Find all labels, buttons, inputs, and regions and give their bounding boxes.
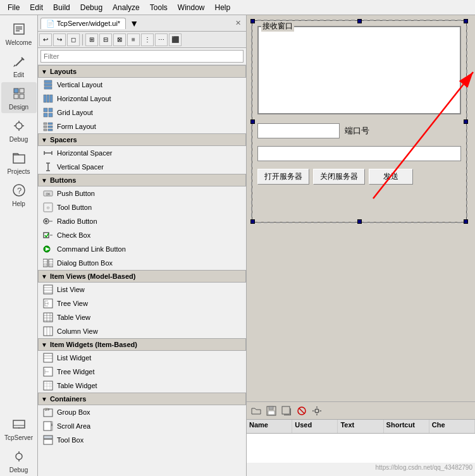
menu-build[interactable]: Build (48, 2, 75, 13)
widget-list-view[interactable]: List View (38, 283, 246, 296)
widget-radio-button[interactable]: Radio Button (38, 214, 246, 228)
vertical-layout-icon (43, 80, 53, 90)
action-saveas-icon[interactable] (280, 404, 293, 418)
handle-tc[interactable] (357, 19, 362, 23)
port-input[interactable] (257, 123, 340, 138)
sidebar-item-debug2[interactable]: Debug (1, 445, 37, 476)
panel-tab-menu[interactable]: ▼ (130, 18, 139, 28)
send-input[interactable] (257, 146, 461, 161)
handle-bl[interactable] (250, 219, 255, 224)
sidebar-item-design[interactable]: Design (1, 82, 37, 113)
toolbar-icon-3[interactable]: ◻ (67, 34, 80, 46)
svg-rect-5 (14, 88, 18, 93)
handle-mr[interactable] (464, 119, 468, 124)
category-buttons[interactable]: ▼ Buttons (38, 174, 246, 186)
svg-point-114 (320, 410, 321, 412)
sidebar-item-welcome[interactable]: Welcome (1, 18, 37, 49)
widget-table-view[interactable]: Table View (38, 310, 246, 324)
widget-list-widget[interactable]: List Widget (38, 351, 246, 365)
toolbar-sep-1 (82, 34, 83, 46)
widget-scroll-area[interactable]: Scroll Area (38, 419, 246, 433)
item-views-arrow: ▼ (41, 273, 47, 280)
open-server-button[interactable]: 打开服务器 (257, 169, 309, 185)
menu-analyze[interactable]: Analyze (108, 2, 145, 13)
widget-grid-layout[interactable]: Grid Layout (38, 106, 246, 119)
widget-horizontal-layout[interactable]: Horizontal Layout (38, 92, 246, 106)
svg-rect-98 (44, 436, 52, 439)
column-view-label: Column View (57, 327, 98, 335)
svg-text:OK: OK (46, 192, 51, 196)
panel-tab-close[interactable]: ✕ (233, 18, 244, 28)
props-col-shortcut: Shortcut (384, 420, 429, 433)
debug2-icon (10, 448, 28, 465)
table-widget-label: Table Widget (57, 382, 97, 389)
tool-box-label: Tool Box (57, 436, 83, 444)
menu-debug[interactable]: Debug (75, 2, 108, 13)
handle-br[interactable] (464, 219, 468, 224)
item-widgets-arrow: ▼ (41, 341, 47, 348)
widget-dialog-button-box[interactable]: Dialog Button Box (38, 256, 246, 270)
widget-table-widget[interactable]: Table Widget (38, 379, 246, 393)
action-delete-icon[interactable] (295, 404, 309, 418)
toolbar-icon-8[interactable]: ⋮ (141, 34, 154, 46)
widget-tool-box[interactable]: Tool Box (38, 433, 246, 447)
widget-tree-widget[interactable]: Tree Widget (38, 365, 246, 379)
action-folder-icon[interactable] (249, 404, 263, 418)
widget-horizontal-spacer[interactable]: Horizontal Spacer (38, 146, 246, 160)
radio-button-label: Radio Button (57, 217, 97, 225)
toolbar-icon-2[interactable]: ↪ (53, 34, 66, 46)
handle-tr[interactable] (464, 19, 468, 23)
sidebar-item-help[interactable]: ? Help (1, 179, 37, 210)
category-item-views[interactable]: ▼ Item Views (Model-Based) (38, 270, 246, 283)
props-col-name: Name (247, 420, 292, 433)
filter-input[interactable] (40, 50, 244, 63)
widget-command-link-button[interactable]: Command Link Button (38, 242, 246, 256)
handle-tl[interactable] (250, 19, 255, 23)
close-server-button[interactable]: 关闭服务器 (313, 169, 365, 185)
action-settings-icon[interactable] (310, 404, 324, 418)
category-spacers[interactable]: ▼ Spacers (38, 133, 246, 146)
panel-tab-active[interactable]: 📄 TcpServer/widget.ui* (40, 18, 126, 29)
sidebar-item-debug[interactable]: Debug (1, 114, 37, 145)
widget-column-view[interactable]: Column View (38, 324, 246, 338)
widget-tree-view[interactable]: Tree View (38, 296, 246, 310)
svg-rect-28 (50, 95, 52, 102)
category-containers[interactable]: ▼ Containers (38, 393, 246, 405)
sidebar-item-tcpserver[interactable]: TcpServer (1, 413, 37, 444)
menu-file[interactable]: File (3, 2, 25, 13)
toolbar-icon-6[interactable]: ⊠ (113, 34, 126, 46)
widget-form-layout[interactable]: Form Layout (38, 119, 246, 133)
widget-push-button[interactable]: OK Push Button (38, 186, 246, 200)
toolbar-icon-5[interactable]: ⊟ (99, 34, 112, 46)
category-item-widgets[interactable]: ▼ Item Widgets (Item-Based) (38, 338, 246, 351)
toolbar-icon-10[interactable]: ⬛ (169, 34, 182, 46)
sidebar-item-edit[interactable]: Edit (1, 50, 37, 81)
sidebar-item-projects[interactable]: Projects (1, 147, 37, 178)
svg-rect-1 (16, 27, 22, 28)
send-button[interactable]: 发送 (369, 169, 413, 185)
form-window[interactable]: 接收窗口 端口号 打开服务器 关闭服务器 发送 (252, 20, 467, 223)
toolbar-icon-4[interactable]: ⊞ (85, 34, 98, 46)
menu-window[interactable]: Window (173, 2, 210, 13)
design-canvas[interactable]: 接收窗口 端口号 打开服务器 关闭服务器 发送 (247, 15, 475, 401)
toolbar-icon-1[interactable]: ↩ (39, 34, 52, 46)
menu-edit[interactable]: Edit (25, 2, 48, 13)
tool-button-label: Tool Button (57, 204, 92, 211)
widget-check-box[interactable]: Check Box (38, 228, 246, 242)
svg-rect-2 (16, 28, 22, 30)
panel-tab-label: TcpServer/widget.ui* (57, 20, 120, 27)
widget-group-box[interactable]: grp Group Box (38, 405, 246, 419)
sidebar-label-help: Help (12, 200, 25, 207)
widget-tool-button[interactable]: ○ Tool Button (38, 200, 246, 214)
menu-tools[interactable]: Tools (145, 2, 173, 13)
svg-text:grp: grp (45, 407, 49, 411)
menu-help[interactable]: Help (210, 2, 236, 13)
toolbar-icon-7[interactable]: ≡ (127, 34, 140, 46)
action-save-icon[interactable] (264, 404, 278, 418)
handle-bc[interactable] (357, 219, 362, 224)
widget-vertical-layout[interactable]: Vertical Layout (38, 78, 246, 92)
category-layouts[interactable]: ▼ Layouts (38, 65, 246, 78)
toolbar-icon-9[interactable]: ⋯ (155, 34, 168, 46)
widget-vertical-spacer[interactable]: Vertical Spacer (38, 160, 246, 174)
handle-ml[interactable] (250, 119, 255, 124)
